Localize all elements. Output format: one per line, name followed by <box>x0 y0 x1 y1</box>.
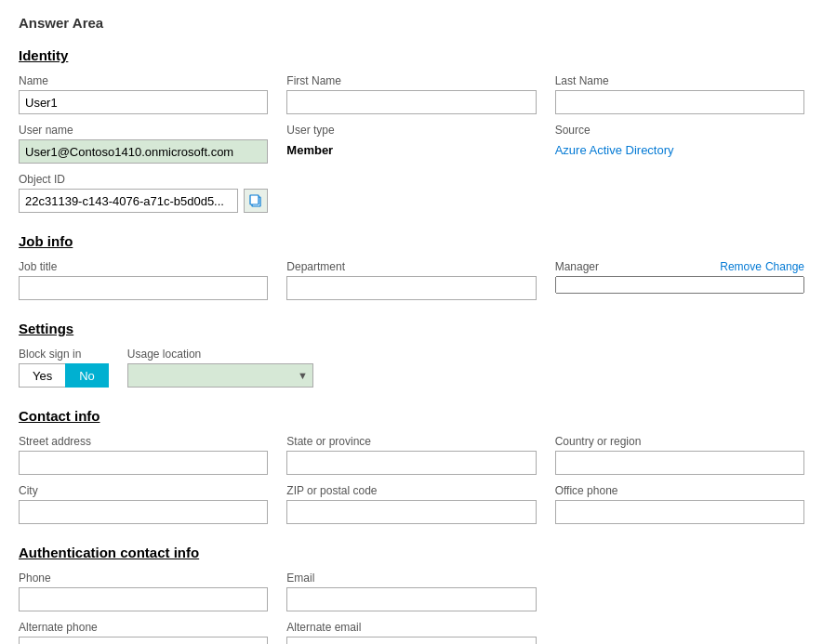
department-label: Department <box>286 260 536 273</box>
object-id-group: Object ID <box>19 173 268 213</box>
last-name-label: Last Name <box>555 74 804 87</box>
city-label: City <box>19 484 268 497</box>
object-id-row <box>19 189 268 213</box>
job-title-input[interactable] <box>19 276 268 300</box>
first-name-input[interactable] <box>286 90 536 114</box>
manager-label: Manager <box>555 260 599 273</box>
user-type-label: User type <box>286 124 536 137</box>
settings-section: Settings Block sign in Yes No Usage loca… <box>19 321 804 388</box>
contact-info-section-title: Contact info <box>19 408 804 424</box>
alt-email-input[interactable] <box>286 637 536 644</box>
usage-location-select[interactable]: United States United Kingdom <box>127 363 313 388</box>
usage-location-label: Usage location <box>127 348 313 361</box>
user-type-group: User type Member <box>286 124 536 161</box>
auth-email-label: Email <box>286 572 536 585</box>
copy-icon <box>249 194 262 207</box>
username-label: User name <box>19 124 268 137</box>
auth-row-1: Phone Email <box>19 572 804 611</box>
auth-phone-input[interactable] <box>19 587 268 611</box>
office-phone-label: Office phone <box>555 484 804 497</box>
job-title-label: Job title <box>19 260 268 273</box>
country-region-group: Country or region <box>555 435 804 475</box>
manager-group: Manager Remove Change <box>555 260 804 294</box>
zip-label: ZIP or postal code <box>286 484 536 497</box>
block-sign-in-no-button[interactable]: No <box>65 363 109 388</box>
name-input[interactable] <box>19 90 268 114</box>
city-group: City <box>19 484 268 524</box>
manager-remove-link[interactable]: Remove <box>720 260 762 273</box>
state-province-label: State or province <box>286 435 536 448</box>
manager-actions: Remove Change <box>720 260 804 273</box>
alt-email-label: Alternate email <box>286 621 536 634</box>
block-sign-in-toggle: Yes No <box>19 363 109 388</box>
usage-location-dropdown-wrapper: United States United Kingdom ▼ <box>127 363 313 388</box>
settings-row-1: Block sign in Yes No Usage location Unit… <box>19 348 804 388</box>
block-sign-in-yes-button[interactable]: Yes <box>19 363 65 388</box>
source-label: Source <box>555 124 804 137</box>
manager-input[interactable] <box>555 276 804 294</box>
svg-rect-1 <box>250 195 259 204</box>
identity-row-2: User name User type Member Source Azure … <box>19 124 804 164</box>
identity-section-title: Identity <box>19 47 804 63</box>
auth-phone-label: Phone <box>19 572 268 585</box>
last-name-group: Last Name <box>555 74 804 114</box>
city-input[interactable] <box>19 500 268 524</box>
auth-row-2: Alternate phone Alternate email <box>19 621 804 644</box>
auth-phone-group: Phone <box>19 572 268 611</box>
first-name-label: First Name <box>286 74 536 87</box>
zip-group: ZIP or postal code <box>286 484 536 524</box>
state-province-group: State or province <box>286 435 536 475</box>
username-input[interactable] <box>19 139 268 164</box>
identity-row-3: Object ID <box>19 173 804 213</box>
job-title-group: Job title <box>19 260 268 300</box>
object-id-input[interactable] <box>19 189 238 213</box>
block-sign-in-group: Block sign in Yes No <box>19 348 109 388</box>
identity-row-1: Name First Name Last Name <box>19 74 804 114</box>
street-address-group: Street address <box>19 435 268 475</box>
street-address-input[interactable] <box>19 451 268 475</box>
office-phone-group: Office phone <box>555 484 804 524</box>
name-group: Name <box>19 74 268 114</box>
department-group: Department <box>286 260 536 300</box>
country-region-input[interactable] <box>555 451 804 475</box>
auth-email-group: Email <box>286 572 536 611</box>
source-group: Source Azure Active Directory <box>555 124 804 161</box>
page-title: Answer Area <box>19 15 804 31</box>
user-type-value: Member <box>286 139 536 161</box>
alt-phone-label: Alternate phone <box>19 621 268 634</box>
auth-contact-info-section-title: Authentication contact info <box>19 545 804 560</box>
username-group: User name <box>19 124 268 164</box>
office-phone-input[interactable] <box>555 500 804 524</box>
settings-section-title: Settings <box>19 321 804 336</box>
auth-contact-info-section: Authentication contact info Phone Email … <box>19 545 804 644</box>
alt-phone-input[interactable] <box>19 637 268 644</box>
zip-input[interactable] <box>286 500 536 524</box>
copy-object-id-button[interactable] <box>244 189 268 213</box>
manager-label-row: Manager Remove Change <box>555 260 804 273</box>
usage-location-group: Usage location United States United King… <box>127 348 313 388</box>
source-link[interactable]: Azure Active Directory <box>555 139 804 161</box>
department-input[interactable] <box>286 276 536 300</box>
job-info-row-1: Job title Department Manager Remove Chan… <box>19 260 804 300</box>
job-info-section: Job info Job title Department Manager Re… <box>19 233 804 300</box>
alt-email-group: Alternate email <box>286 621 536 644</box>
first-name-group: First Name <box>286 74 536 114</box>
job-info-section-title: Job info <box>19 233 804 249</box>
last-name-input[interactable] <box>555 90 804 114</box>
country-region-label: Country or region <box>555 435 804 448</box>
object-id-label: Object ID <box>19 173 268 186</box>
contact-row-1: Street address State or province Country… <box>19 435 804 475</box>
identity-section: Identity Name First Name Last Name User … <box>19 47 804 213</box>
name-label: Name <box>19 74 268 87</box>
alt-phone-group: Alternate phone <box>19 621 268 644</box>
auth-email-input[interactable] <box>286 587 536 611</box>
contact-info-section: Contact info Street address State or pro… <box>19 408 804 524</box>
state-province-input[interactable] <box>286 451 536 475</box>
street-address-label: Street address <box>19 435 268 448</box>
contact-row-2: City ZIP or postal code Office phone <box>19 484 804 524</box>
block-sign-in-label: Block sign in <box>19 348 109 361</box>
manager-change-link[interactable]: Change <box>765 260 804 273</box>
